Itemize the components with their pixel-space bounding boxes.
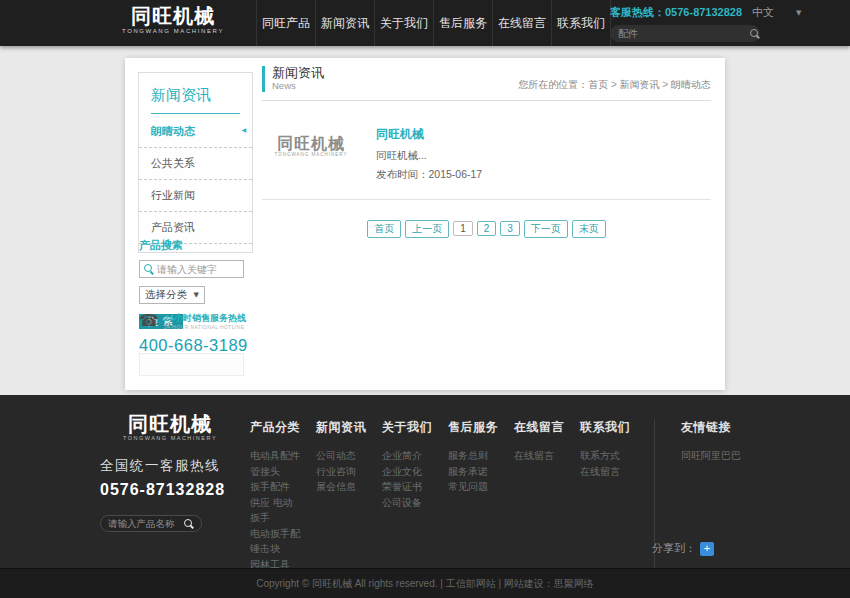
copyright-bar: Copyright © 同旺机械 All rights reserved. | … [0,568,850,598]
page-button-2[interactable]: 1 [453,221,473,236]
footer-link-2-1[interactable]: 企业文化 [382,464,432,480]
footer-column-title: 售后服务 [448,419,498,436]
sidebar-item-0[interactable]: 朗晴动态◀ [139,116,252,148]
chevron-down-icon[interactable]: ▼ [796,9,801,17]
news-thumbnail: 同旺机械TONGWANG MACHINERY [266,118,356,174]
hotline-label: 24小时销售服务热线 [164,313,246,323]
footer-link-0-3[interactable]: 供应 电动 [250,495,300,511]
footer-link-2-3[interactable]: 公司设备 [382,495,432,511]
footer-link-2-0[interactable]: 企业简介 [382,448,432,464]
header-search-input[interactable] [618,28,750,39]
footer-link-2-2[interactable]: 荣誉证书 [382,479,432,495]
breadcrumb: 您所在的位置：首页 > 新闻资讯 > 朗晴动态 [518,78,711,92]
active-arrow-icon: ◀ [241,126,246,133]
footer-column-title: 新闻资讯 [316,419,366,436]
footer-link-5-0[interactable]: 联系方式 [580,448,630,464]
footer-link-3-0[interactable]: 服务总则 [448,448,498,464]
sidebar-item-2[interactable]: 行业新闻 [139,180,252,212]
keyword-search-box [139,260,244,278]
breadcrumb-item-2[interactable]: 朗晴动态 [671,79,711,90]
breadcrumb-separator: > [608,79,619,90]
header-logo[interactable]: 同旺机械 TONGWANG MACHINERY [108,5,238,35]
search-icon[interactable] [184,519,194,529]
footer-link-5-1[interactable]: 在线留言 [580,464,630,480]
footer-link-0-5[interactable]: 电动扳手配 [250,526,300,542]
news-info: 同旺机械同旺机械...发布时间：2015-06-17 [376,126,482,182]
nav-item-2[interactable]: 关于我们 [375,0,434,46]
page-button-1[interactable]: 上一页 [405,220,449,238]
footer-link-1-1[interactable]: 行业咨询 [316,464,366,480]
footer-link-6-0[interactable]: 同旺阿里巴巴 [681,448,741,464]
page-button-0[interactable]: 首页 [367,220,401,238]
footer-link-3-2[interactable]: 常见问题 [448,479,498,495]
footer-logo-title: 同旺机械 [100,413,240,435]
page-button-5[interactable]: 下一页 [524,220,568,238]
keyword-input[interactable] [157,264,239,275]
footer-link-0-4[interactable]: 扳手 [250,510,300,526]
share-row: 分享到： + [652,541,714,556]
share-icon[interactable]: + [700,542,714,556]
footer-column-2: 关于我们企业简介企业文化荣誉证书公司设备 [382,419,432,572]
breadcrumb-separator: > [660,79,671,90]
main-nav: 同旺产品新闻资讯关于我们售后服务在线留言联系我们 [256,0,611,46]
thumb-logo-title: 同旺机械 [277,135,345,152]
footer-hotline-label: 全国统一客服热线 [100,457,240,475]
header-right: 客服热线：0576-87132828 中文 ▼ [610,5,842,42]
footer: 同旺机械 TONGWANG MACHINERY 全国统一客服热线 0576-87… [0,395,850,568]
product-search-title: 产品搜索 [139,238,245,253]
hotline-sublabel: 24-HOUR NATIONAL HOTLINE [164,324,246,330]
header: 同旺机械 TONGWANG MACHINERY 同旺产品新闻资讯关于我们售后服务… [0,0,850,46]
sidebar-banner-placeholder [139,353,244,376]
page-button-3[interactable]: 2 [477,221,497,236]
hotline-block: ☎ 24小时销售服务热线 24-HOUR NATIONAL HOTLINE 40… [139,313,259,355]
page-button-4[interactable]: 3 [500,221,520,236]
footer-logo-subtitle: TONGWANG MACHINERY [100,435,240,441]
news-excerpt: 同旺机械... [376,149,482,163]
phone-icon: ☎ [139,313,159,329]
page-subtitle: News [272,80,324,92]
category-select[interactable]: 选择分类 ▼ [139,286,205,304]
sidebar-menu: 朗晴动态◀公共关系行业新闻产品资讯 [139,116,252,244]
nav-item-4[interactable]: 在线留言 [493,0,552,46]
breadcrumb-item-0[interactable]: 首页 [588,79,608,90]
news-title[interactable]: 同旺机械 [376,126,482,143]
footer-column-4: 在线留言在线留言 [514,419,564,572]
sidebar-news-panel: 新闻资讯 朗晴动态◀公共关系行业新闻产品资讯 [138,72,253,253]
footer-column-title: 关于我们 [382,419,432,436]
footer-link-4-0[interactable]: 在线留言 [514,448,564,464]
footer-link-0-0[interactable]: 电动具配件 [250,448,300,464]
sidebar-title: 新闻资讯 [151,86,240,105]
footer-link-1-0[interactable]: 公司动态 [316,448,366,464]
sidebar-title-underline [151,113,240,114]
sidebar-item-1[interactable]: 公共关系 [139,148,252,180]
logo-title: 同旺机械 [108,5,238,27]
footer-link-0-2[interactable]: 扳手配件 [250,479,300,495]
chevron-down-icon: ▼ [194,291,199,299]
logo-subtitle: TONGWANG MACHINERY [108,27,238,35]
nav-item-5[interactable]: 联系我们 [552,0,611,46]
footer-link-1-2[interactable]: 展会信息 [316,479,366,495]
header-search-box [610,25,760,42]
nav-item-3[interactable]: 售后服务 [434,0,493,46]
breadcrumb-item-1[interactable]: 新闻资讯 [620,79,660,90]
language-selector[interactable]: 中文 [752,5,774,20]
footer-column-title: 在线留言 [514,419,564,436]
thumb-logo-subtitle: TONGWANG MACHINERY [275,152,348,157]
nav-item-0[interactable]: 同旺产品 [256,0,316,46]
footer-column-title: 产品分类 [250,419,300,436]
page-button-6[interactable]: 末页 [572,220,606,238]
nav-item-1[interactable]: 新闻资讯 [316,0,375,46]
footer-column-title: 友情链接 [681,419,741,436]
footer-search-input[interactable] [108,518,184,529]
footer-column-5: 联系我们联系方式在线留言 [580,419,630,572]
page: 同旺机械 TONGWANG MACHINERY 同旺产品新闻资讯关于我们售后服务… [0,0,850,598]
footer-column-title: 联系我们 [580,419,630,436]
footer-column-3: 售后服务服务总则服务承诺常见问题 [448,419,498,572]
footer-link-3-1[interactable]: 服务承诺 [448,464,498,480]
news-item-0[interactable]: 同旺机械TONGWANG MACHINERY同旺机械同旺机械...发布时间：20… [262,104,711,200]
footer-column-0: 产品分类电动具配件管接头扳手配件供应 电动扳手电动扳手配锤击块园林工具 [250,419,300,572]
header-hotline: 客服热线：0576-87132828 [610,5,742,20]
footer-link-0-6[interactable]: 锤击块 [250,541,300,557]
footer-link-0-1[interactable]: 管接头 [250,464,300,480]
search-icon[interactable] [750,29,760,39]
